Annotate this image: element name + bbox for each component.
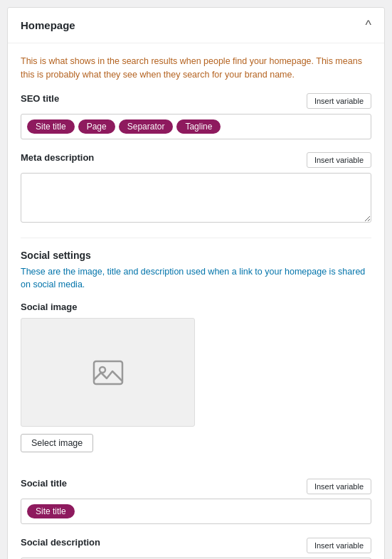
social-settings-info: These are the image, title and descripti… xyxy=(21,265,371,292)
social-title-input-area[interactable]: Site title xyxy=(21,499,371,524)
homepage-panel: Homepage ^ This is what shows in the sea… xyxy=(7,7,385,559)
meta-description-label: Meta description xyxy=(21,152,94,163)
meta-description-field: Meta description Insert variable xyxy=(21,152,371,225)
social-image-placeholder xyxy=(21,318,195,427)
social-title-field: Social title Insert variable Site title xyxy=(21,478,371,524)
social-description-insert-variable-button[interactable]: Insert variable xyxy=(307,538,371,553)
image-placeholder-icon xyxy=(91,356,125,390)
chevron-up-icon[interactable]: ^ xyxy=(366,18,371,33)
social-title-label: Social title xyxy=(21,478,67,489)
panel-title: Homepage xyxy=(21,19,75,31)
social-description-label: Social description xyxy=(21,537,100,548)
meta-description-insert-variable-button[interactable]: Insert variable xyxy=(307,152,371,168)
social-image-field: Social image Select image xyxy=(21,302,371,465)
social-title-insert-variable-button[interactable]: Insert variable xyxy=(307,479,371,494)
meta-description-textarea[interactable] xyxy=(21,173,371,223)
seo-title-header: SEO title Insert variable xyxy=(21,93,371,110)
social-description-field: Social description Insert variable xyxy=(21,537,371,559)
seo-title-label: SEO title xyxy=(21,93,59,104)
svg-rect-0 xyxy=(94,361,122,384)
tag-page[interactable]: Page xyxy=(78,119,115,134)
tag-tagline[interactable]: Tagline xyxy=(176,119,221,134)
seo-title-input-area[interactable]: Site title Page Separator Tagline xyxy=(21,114,371,139)
tag-separator[interactable]: Separator xyxy=(119,119,174,134)
section-divider xyxy=(21,238,371,238)
social-image-label: Social image xyxy=(21,302,371,312)
tag-site-title[interactable]: Site title xyxy=(27,119,75,134)
panel-header: Homepage ^ xyxy=(8,8,384,43)
tag-social-site-title[interactable]: Site title xyxy=(27,504,75,518)
social-title-header: Social title Insert variable xyxy=(21,478,371,494)
seo-title-field: SEO title Insert variable Site title Pag… xyxy=(21,93,371,139)
seo-title-insert-variable-button[interactable]: Insert variable xyxy=(307,93,371,109)
intro-text: This is what shows in the search results… xyxy=(21,55,371,82)
social-settings-section: Social settings These are the image, tit… xyxy=(21,250,371,560)
svg-point-1 xyxy=(100,367,105,373)
meta-description-header: Meta description Insert variable xyxy=(21,152,371,169)
panel-body: This is what shows in the search results… xyxy=(8,43,384,559)
select-image-button[interactable]: Select image xyxy=(21,434,93,452)
social-settings-title: Social settings xyxy=(21,250,371,261)
social-description-header: Social description Insert variable xyxy=(21,537,371,553)
